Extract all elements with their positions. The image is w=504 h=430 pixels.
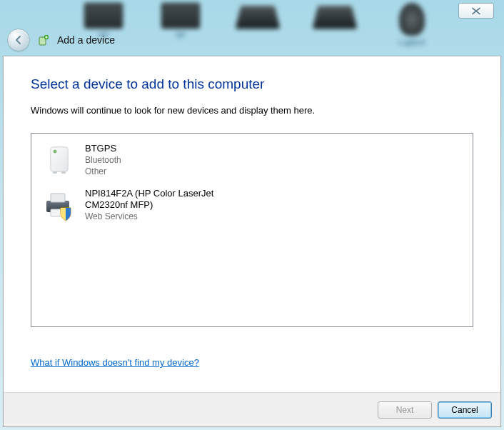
page-title: Select a device to add to this computer xyxy=(31,76,473,92)
device-list[interactable]: BTGPS Bluetooth Other xyxy=(31,133,473,327)
device-item[interactable]: NPI814F2A (HP Color LaserJet CM2320nf MF… xyxy=(39,183,465,228)
next-button[interactable]: Next xyxy=(378,401,432,419)
nav-bar: Add a device xyxy=(0,24,504,56)
svg-rect-3 xyxy=(51,147,68,171)
svg-rect-9 xyxy=(51,194,65,202)
device-category: Other xyxy=(85,166,121,177)
device-connection: Web Services xyxy=(85,211,242,222)
arrow-left-icon xyxy=(13,34,24,46)
svg-point-4 xyxy=(54,150,56,153)
add-device-icon xyxy=(37,34,50,46)
help-link[interactable]: What if Windows doesn't find my device? xyxy=(31,357,473,368)
wizard-panel: Select a device to add to this computer … xyxy=(3,56,501,427)
page-subtext: Windows will continue to look for new de… xyxy=(31,105,473,116)
back-button[interactable] xyxy=(7,29,30,51)
device-generic-icon xyxy=(42,143,76,177)
printer-shield-icon xyxy=(42,188,76,222)
device-connection: Bluetooth xyxy=(85,154,121,166)
device-name: BTGPS xyxy=(85,143,121,154)
nav-title: Add a device xyxy=(57,34,115,46)
svg-rect-6 xyxy=(61,171,66,174)
device-name: NPI814F2A (HP Color LaserJet CM2320nf MF… xyxy=(85,188,242,211)
cancel-button[interactable]: Cancel xyxy=(438,401,492,419)
device-item[interactable]: BTGPS Bluetooth Other xyxy=(39,138,465,183)
svg-rect-5 xyxy=(53,171,57,174)
window-close-button[interactable] xyxy=(458,3,494,19)
wizard-footer: Next Cancel xyxy=(4,392,500,426)
close-icon xyxy=(471,7,481,15)
